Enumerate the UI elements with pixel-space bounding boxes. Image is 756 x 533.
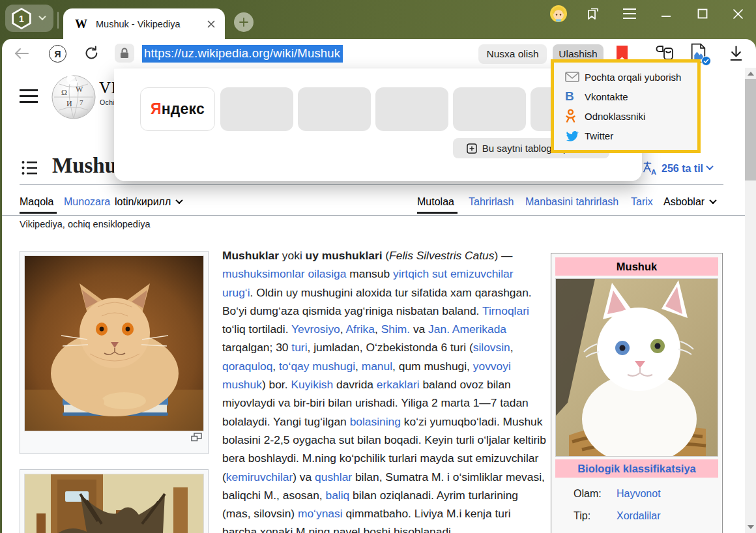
article-link[interactable]: Shim. — [381, 323, 410, 336]
scrollbar-up-button[interactable] — [748, 72, 754, 76]
share-menu-item-vkontakte[interactable]: B Vkontakte — [554, 87, 697, 106]
yandex-services-icon[interactable]: Я — [49, 45, 66, 63]
mail-icon — [565, 72, 585, 82]
scrollbar-down-button[interactable] — [748, 525, 754, 529]
article-link[interactable]: silovsin — [473, 341, 510, 354]
browser-menu-icon[interactable] — [621, 5, 638, 22]
cat-photo[interactable] — [24, 255, 204, 431]
article-link[interactable]: kemiruvchilar — [226, 470, 293, 483]
infobox-section-header: Biologik klassifikatsiya — [555, 459, 718, 478]
kitten-photo[interactable] — [555, 278, 718, 457]
wikipedia-logo[interactable]: Ω W И 7 — [51, 74, 96, 122]
thumbnail-cat-book[interactable] — [20, 251, 209, 454]
divider — [20, 184, 723, 185]
plus-icon — [239, 17, 249, 27]
table-row: Sinf: Sut emizuvchilar — [555, 527, 718, 533]
article-link[interactable]: qoraquloq — [222, 360, 272, 373]
minimize-button[interactable] — [658, 5, 675, 22]
scrollbar[interactable] — [745, 68, 756, 533]
share-menu-item-label: Odnoklassniki — [585, 111, 645, 122]
share-menu-item-mail[interactable]: Pochta orqali yuborish — [554, 67, 697, 87]
tableau-tile-placeholder[interactable] — [375, 87, 448, 131]
infobox-table: Olam: Hayvonot Tip: Xordalilar Sinf: Sut… — [555, 483, 718, 533]
article-link[interactable]: Afrika — [346, 323, 375, 336]
language-selector[interactable]: A 256 ta til — [643, 161, 712, 176]
article-link[interactable]: erkaklari — [377, 378, 420, 391]
table-row: Olam: Hayvonot — [555, 483, 718, 505]
article-paragraph: Mushuklar yoki uy mushuklari (Felis Silv… — [222, 246, 546, 533]
svg-text:И: И — [66, 99, 72, 108]
plus-square-icon — [467, 143, 477, 154]
tab-group-count: 1 — [19, 14, 24, 24]
tab-close-icon[interactable] — [207, 20, 216, 29]
twitter-icon — [565, 130, 585, 141]
infobox-title: Mushuk — [555, 257, 718, 276]
svg-text:Ω: Ω — [61, 88, 67, 97]
divider — [2, 215, 745, 216]
article-link[interactable]: qushlar — [315, 470, 352, 483]
article-link[interactable]: Kuyikish — [291, 378, 333, 391]
infobox: Mushuk — [551, 253, 723, 533]
url-input[interactable]: https://uz.wikipedia.org/wiki/Mushuk — [142, 44, 343, 63]
thumbnail-cat-head[interactable] — [20, 469, 209, 533]
refresh-icon[interactable] — [83, 45, 100, 61]
new-tab-button[interactable] — [234, 12, 254, 32]
yandex-logo-tile[interactable]: Яндекс — [140, 87, 215, 131]
main-menu-icon[interactable] — [20, 89, 38, 106]
tableau-tile-placeholder[interactable] — [220, 87, 293, 131]
article-link[interactable]: bolasining — [350, 415, 401, 428]
article-link[interactable]: Jan. Amerikada — [428, 323, 506, 336]
bookmarks-icon[interactable] — [585, 5, 602, 22]
tab-munozara[interactable]: Munozara — [64, 196, 110, 208]
cat-photo[interactable] — [24, 474, 204, 533]
article-link[interactable]: manul — [362, 360, 392, 373]
row-label: Olam: — [574, 488, 617, 500]
tab-mutolaa[interactable]: Mutolaa — [417, 196, 454, 208]
copy-url-button[interactable]: Nusxa olish — [478, 44, 547, 64]
tab-tahrirlash[interactable]: Tahrirlash — [469, 196, 514, 208]
article-link[interactable]: moʻynasi — [298, 507, 343, 520]
translate-icon: A — [643, 161, 658, 176]
svg-text:W: W — [76, 85, 83, 94]
tableau-tile-placeholder[interactable] — [298, 87, 371, 131]
tableau-tile-placeholder[interactable] — [453, 87, 526, 131]
article-link[interactable]: mushuksimonlar oilasiga — [222, 267, 346, 280]
table-row: Tip: Xordalilar — [555, 505, 718, 527]
enlarge-icon[interactable] — [191, 433, 202, 444]
active-tab-underline — [20, 212, 57, 214]
article-link[interactable]: baliq — [326, 489, 350, 502]
lock-icon[interactable] — [115, 44, 134, 63]
toc-icon[interactable] — [22, 160, 37, 178]
svg-text:7: 7 — [80, 98, 83, 106]
divider — [57, 12, 59, 29]
variant-selector[interactable]: lotin/кирилл — [115, 196, 182, 208]
tab-maqola[interactable]: Maqola — [20, 196, 53, 208]
tab-group-badge: 1 — [11, 8, 32, 29]
tab-group-pill[interactable]: 1 — [5, 5, 53, 32]
share-menu-item-odnoklassniki[interactable]: Odnoklassniki — [554, 106, 697, 126]
scrollbar-thumb[interactable] — [745, 79, 756, 180]
tools-menu[interactable]: Asboblar — [663, 196, 716, 208]
article-link[interactable]: Tirnoqlari — [482, 304, 529, 317]
download-icon[interactable] — [729, 45, 744, 62]
maximize-button[interactable] — [694, 5, 711, 22]
close-button[interactable] — [729, 5, 746, 22]
avatar[interactable] — [550, 5, 567, 22]
share-menu-item-label: Twitter — [585, 130, 613, 141]
tab-manbasini-tahrirlash[interactable]: Manbasini tahrirlash — [525, 196, 618, 208]
article-link[interactable]: toʻqay mushugi — [279, 360, 355, 373]
share-menu-item-twitter[interactable]: Twitter — [554, 126, 697, 145]
article-link[interactable]: Yevrosiyo — [291, 323, 340, 336]
row-value-link[interactable]: Xordalilar — [617, 510, 661, 522]
browser-tab[interactable]: W Mushuk - Vikipediya — [63, 8, 225, 39]
tab-group-chevron-icon[interactable] — [38, 13, 46, 20]
back-icon[interactable] — [14, 46, 29, 61]
row-value-link[interactable]: Hayvonot — [617, 488, 661, 500]
wikipedia-favicon: W — [75, 17, 87, 31]
share-menu: Pochta orqali yuborish B Vkontakte Odnok… — [551, 59, 701, 153]
active-tab-underline — [417, 212, 458, 214]
svg-text:A: A — [651, 168, 656, 176]
share-menu-item-label: Pochta orqali yuborish — [585, 72, 681, 83]
tab-tarix[interactable]: Tarix — [631, 196, 653, 208]
article-link[interactable]: turi — [291, 341, 307, 354]
